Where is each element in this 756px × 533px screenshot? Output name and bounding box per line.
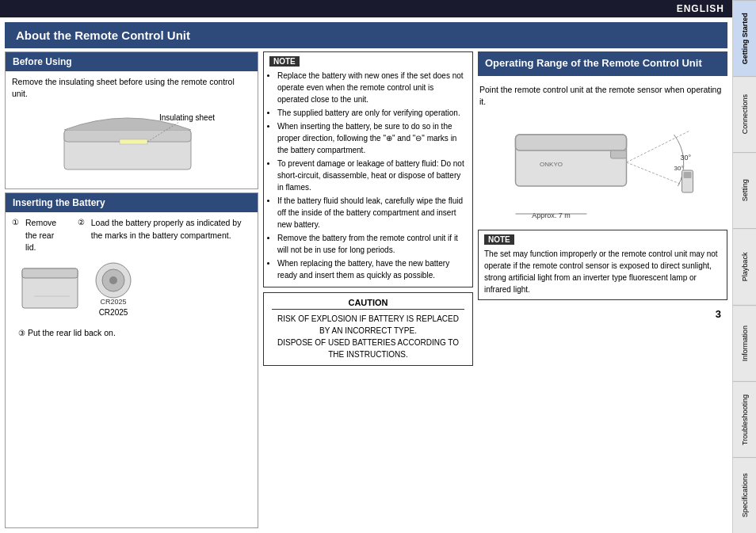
inserting-battery-header: Inserting the Battery <box>6 193 258 212</box>
sidebar-tab-specifications[interactable]: Specifications <box>733 457 756 533</box>
note-item-1: Replace the battery with new ones if the… <box>277 70 467 105</box>
sidebar-tab-getting-started[interactable]: Getting Started <box>733 0 756 76</box>
step-3-text: Put the rear lid back on. <box>28 328 116 337</box>
sidebar-tab-playback[interactable]: Playback <box>733 228 756 304</box>
sidebar-tab-information[interactable]: Information <box>733 305 756 381</box>
inserting-battery-section: Inserting the Battery ① Remove the rear … <box>5 192 258 528</box>
note-label-right: NOTE <box>484 234 514 245</box>
note-item-6: Remove the battery from the remote contr… <box>277 232 467 256</box>
note-item-5: If the battery fluid should leak, carefu… <box>277 195 467 230</box>
page-number: 3 <box>478 305 727 323</box>
operating-range-header: Operating Range of the Remote Control Un… <box>478 51 727 76</box>
operating-range-text: Point the remote control unit at the rem… <box>478 81 727 111</box>
step-row-1: ① Remove the rear lid. ② Load the batter… <box>12 217 251 253</box>
svg-rect-2 <box>120 139 147 144</box>
col-right: Operating Range of the Remote Control Un… <box>478 51 727 528</box>
remote-diagram-svg: ONKYO 30° 30° Approx. 7 m <box>478 119 727 222</box>
caution-line-3: DISPOSE OF USED BATTERIES ACCORDING TO <box>272 337 464 348</box>
col-middle: NOTE Replace the battery with new ones i… <box>263 51 473 528</box>
before-using-content: Remove the insulating sheet before using… <box>6 71 258 188</box>
caution-line-2: BY AN INCORRECT TYPE. <box>272 325 464 337</box>
svg-rect-12 <box>516 135 627 150</box>
english-label: ENGLISH <box>677 3 724 14</box>
battery-illustration: CR2025 CR2025 <box>90 258 137 319</box>
before-using-header: Before Using <box>6 52 258 71</box>
svg-rect-13 <box>611 150 627 158</box>
caution-title: CAUTION <box>272 298 464 310</box>
caution-text: RISK OF EXPLOSION IF BATTERY IS REPLACED… <box>272 313 464 360</box>
battery-svg: CR2025 <box>90 258 137 306</box>
svg-text:ONKYO: ONKYO <box>540 161 563 168</box>
page-title: About the Remote Control Unit <box>5 22 727 48</box>
note-right-text: The set may function improperly or the r… <box>484 248 721 295</box>
step-3: ③ Put the rear lid back on. <box>12 324 251 343</box>
step-2-text: Load the battery properly as indicated b… <box>91 217 251 241</box>
caution-line-1: RISK OF EXPLOSION IF BATTERY IS REPLACED <box>272 313 464 325</box>
step-1-num: ① <box>12 217 19 229</box>
step-2-num: ② <box>78 217 85 229</box>
battery-steps: ① Remove the rear lid. ② Load the batter… <box>6 212 258 347</box>
battery-label: CR2025 <box>90 307 137 319</box>
before-using-text: Remove the insulating sheet before using… <box>12 76 251 100</box>
svg-text:Approx. 7 m: Approx. 7 m <box>532 211 571 219</box>
note-list: Replace the battery with new ones if the… <box>269 70 467 281</box>
remote-lid-illustration <box>18 265 82 312</box>
remote-device-svg <box>18 265 82 312</box>
note-box: NOTE Replace the battery with new ones i… <box>263 51 473 287</box>
col-left: Before Using Remove the insulating sheet… <box>5 51 258 528</box>
battery-illustrations: CR2025 CR2025 <box>12 258 251 319</box>
insulating-sheet-label: Insulating sheet <box>159 112 215 124</box>
svg-text:30°: 30° <box>681 154 692 162</box>
before-using-section: Before Using Remove the insulating sheet… <box>5 51 258 189</box>
svg-rect-18 <box>684 172 692 178</box>
main-content: ENGLISH About the Remote Control Unit Be… <box>0 0 732 533</box>
note-item-2: The supplied battery are only for verify… <box>277 107 467 119</box>
sidebar-tab-troubleshooting[interactable]: Troubleshooting <box>733 381 756 457</box>
caution-box: CAUTION RISK OF EXPLOSION IF BATTERY IS … <box>263 292 473 366</box>
note-item-3: When inserting the battery, be sure to d… <box>277 120 467 156</box>
note-item-7: When replacing the battery, have the new… <box>277 257 467 281</box>
english-bar: ENGLISH <box>0 0 732 17</box>
note-box-right: NOTE The set may function improperly or … <box>478 230 727 300</box>
sidebar-tab-connections[interactable]: Connections <box>733 76 756 152</box>
caution-line-4: THE INSTRUCTIONS. <box>272 348 464 360</box>
sidebar-tab-setting[interactable]: Setting <box>733 152 756 228</box>
three-col-layout: Before Using Remove the insulating sheet… <box>0 51 732 533</box>
right-sidebar: Getting Started Connections Setting Play… <box>732 0 756 533</box>
svg-point-9 <box>109 276 117 284</box>
svg-text:CR2025: CR2025 <box>100 298 126 306</box>
note-item-4: To prevent damage or leakage of battery … <box>277 158 467 193</box>
remote-diagram: ONKYO 30° 30° Approx. 7 m <box>478 119 727 222</box>
note-label: NOTE <box>269 56 300 67</box>
step-1-text: Remove the rear lid. <box>25 217 67 253</box>
svg-rect-5 <box>22 268 78 278</box>
